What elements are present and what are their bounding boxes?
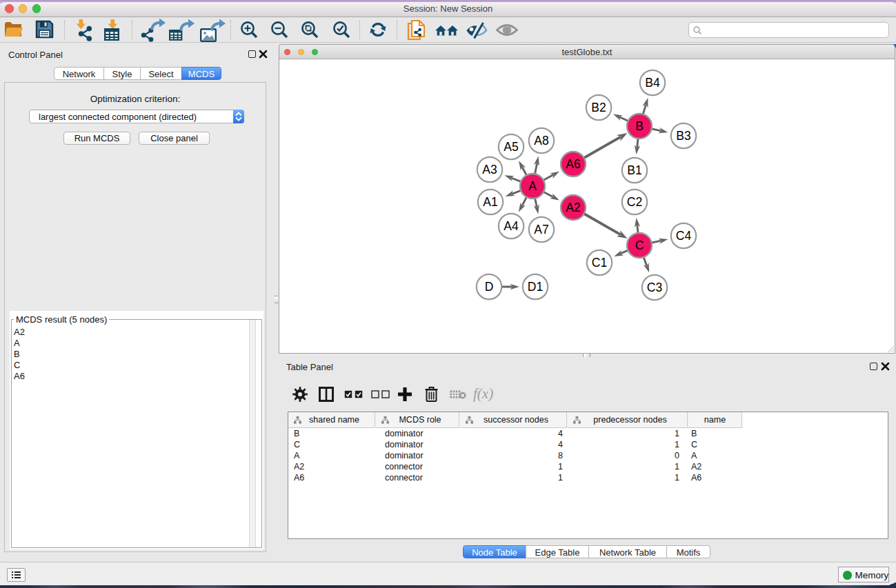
svg-text:A4: A4 [504,219,519,233]
svg-text:A7: A7 [534,223,548,236]
svg-text:A6: A6 [566,157,580,171]
svg-text:A3: A3 [482,163,497,176]
svg-text:C2: C2 [627,195,642,209]
svg-text:C: C [635,239,644,252]
svg-text:B1: B1 [627,163,641,177]
svg-text:A2: A2 [566,201,580,214]
svg-text:A8: A8 [534,134,548,148]
svg-text:B3: B3 [676,129,690,143]
svg-text:A5: A5 [504,140,518,154]
svg-text:C1: C1 [592,256,607,270]
svg-text:C3: C3 [647,281,662,294]
svg-text:B: B [635,119,644,133]
svg-text:B4: B4 [645,76,660,90]
svg-text:B2: B2 [591,101,606,114]
svg-text:C4: C4 [676,229,692,243]
svg-text:D1: D1 [528,280,543,294]
svg-text:A: A [528,179,537,193]
svg-text:D: D [485,280,494,294]
svg-text:A1: A1 [483,195,497,209]
